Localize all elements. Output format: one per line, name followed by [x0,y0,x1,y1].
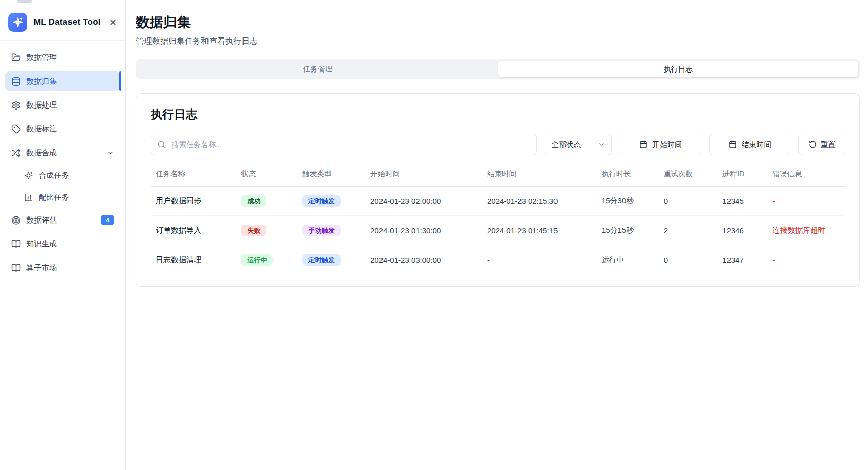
database-icon [11,77,21,86]
calendar-icon [728,140,737,149]
duration-cell: 15分15秒 [597,216,658,245]
tab-task-management[interactable]: 任务管理 [137,61,498,77]
trigger-type-cell: 手动触发 [297,216,365,245]
status-cell: 成功 [236,187,297,216]
column-header-4: 结束时间 [482,164,597,187]
filter-row: 全部状态 开始时间 结束时间 [151,134,845,155]
task-name-cell: 日志数据清理 [151,245,236,275]
pid-cell: 12347 [717,245,768,275]
status-badge: 运行中 [241,254,273,266]
top-pill-artifact [17,0,32,3]
status-badge: 成功 [241,195,266,207]
error-cell: - [768,187,845,216]
table-row: 日志数据清理运行中定时触发2024-01-23 03:00:00-运行中0123… [151,245,845,275]
sidebar-item-label: 数据归集 [26,77,57,86]
execution-log-panel: 执行日志 全部状态 开始时间 [136,93,860,287]
retries-cell: 0 [658,187,717,216]
table-header-row: 任务名称状态触发类型开始时间结束时间执行时长重试次数进程ID错误信息 [151,164,845,187]
sidebar-item-label: 配比任务 [39,193,69,202]
start-time-cell: 2024-01-23 01:30:00 [365,216,482,245]
sidebar-item-data-evaluation[interactable]: 数据评估4 [5,210,120,230]
table-row: 订单数据导入失败手动触发2024-01-23 01:30:002024-01-2… [151,216,845,245]
sidebar-item-label: 数据标注 [26,124,57,134]
sidebar-item-knowledge-generation[interactable]: 知识生成 [5,234,120,254]
sidebar: ML Dataset Tool 数据管理数据归集数据处理数据标注数据合成合成任务… [0,0,126,470]
sidebar-item-data-processing[interactable]: 数据处理 [5,95,120,115]
column-header-0: 任务名称 [151,164,236,187]
calendar-icon [639,140,647,149]
retries-cell: 2 [658,216,717,245]
execution-log-table: 任务名称状态触发类型开始时间结束时间执行时长重试次数进程ID错误信息 用户数据同… [151,164,845,274]
duration-cell: 15分30秒 [597,187,658,216]
column-header-1: 状态 [236,164,297,187]
column-header-3: 开始时间 [365,164,482,187]
sidebar-item-data-annotation[interactable]: 数据标注 [5,119,120,138]
end-time-cell: 2024-01-23 02:15:30 [482,187,597,216]
sidebar-item-label: 数据管理 [26,53,57,62]
sidebar-item-label: 数据合成 [26,148,57,158]
sidebar-item-label: 知识生成 [26,239,57,249]
end-time-cell: - [482,245,597,275]
end-date-button[interactable]: 结束时间 [709,134,790,155]
start-date-button[interactable]: 开始时间 [620,134,701,155]
main-content: 数据归集 管理数据归集任务和查看执行日志 任务管理执行日志 执行日志 全部状态 [126,0,868,470]
column-header-7: 进程ID [717,164,768,187]
start-date-label: 开始时间 [652,140,682,150]
end-time-cell: 2024-01-23 01:45:15 [482,216,597,245]
target-icon [11,215,21,225]
sidebar-item-label: 算子市场 [26,263,57,273]
reset-button[interactable]: 重置 [798,134,845,155]
error-cell: 连接数据库超时 [768,216,845,245]
tab-execution-logs[interactable]: 执行日志 [498,61,859,77]
sidebar-item-ratio-task[interactable]: 配比任务 [5,189,120,206]
sidebar-item-label: 数据处理 [26,100,57,110]
table-body: 用户数据同步成功定时触发2024-01-23 02:00:002024-01-2… [151,187,845,275]
sidebar-item-synthesis-task[interactable]: 合成任务 [5,167,120,184]
error-cell: - [768,245,845,275]
search-field [151,134,537,155]
trigger-badge: 定时触发 [302,254,341,266]
book-open-icon [11,263,21,273]
panel-title: 执行日志 [151,106,845,122]
search-icon [157,140,166,149]
gear-icon [11,100,21,110]
status-cell: 失败 [236,216,297,245]
count-badge: 4 [101,215,114,225]
sidebar-item-operator-market[interactable]: 算子市场 [5,258,120,277]
sidebar-item-data-management[interactable]: 数据管理 [5,48,120,67]
sidebar-item-data-synthesis[interactable]: 数据合成 [5,143,120,162]
page-title: 数据归集 [136,13,860,31]
app-title: ML Dataset Tool [33,17,102,27]
sidebar-top-strip [0,0,125,5]
sidebar-nav: 数据管理数据归集数据处理数据标注数据合成合成任务配比任务数据评估4知识生成算子市… [0,41,125,289]
tag-icon [11,124,21,134]
sidebar-item-label: 数据评估 [26,215,57,225]
task-name-cell: 订单数据导入 [151,216,236,245]
start-time-cell: 2024-01-23 03:00:00 [365,245,482,275]
status-cell: 运行中 [236,245,297,275]
column-header-6: 重试次数 [658,164,717,187]
pid-cell: 12345 [717,187,768,216]
column-header-2: 触发类型 [297,164,365,187]
sidebar-item-data-collection[interactable]: 数据归集 [5,71,120,91]
close-icon[interactable] [109,18,117,27]
book-open-icon [11,239,21,249]
trigger-badge: 定时触发 [302,195,341,207]
shuffle-icon [11,148,21,158]
status-filter-select[interactable]: 全部状态 [545,134,612,155]
sparkles-icon [24,171,33,180]
column-header-5: 执行时长 [597,164,658,187]
column-header-8: 错误信息 [768,164,845,187]
reset-label: 重置 [821,140,836,150]
task-name-cell: 用户数据同步 [151,187,236,216]
trigger-type-cell: 定时触发 [297,245,365,275]
pid-cell: 12346 [717,216,768,245]
status-badge: 失败 [241,225,266,236]
sidebar-item-label: 合成任务 [39,171,69,180]
start-time-cell: 2024-01-23 02:00:00 [365,187,482,216]
table-row: 用户数据同步成功定时触发2024-01-23 02:00:002024-01-2… [151,187,845,216]
search-input[interactable] [151,134,537,155]
tab-bar: 任务管理执行日志 [136,59,860,79]
end-date-label: 结束时间 [742,140,771,150]
app-logo-sparkles-icon [8,13,27,32]
